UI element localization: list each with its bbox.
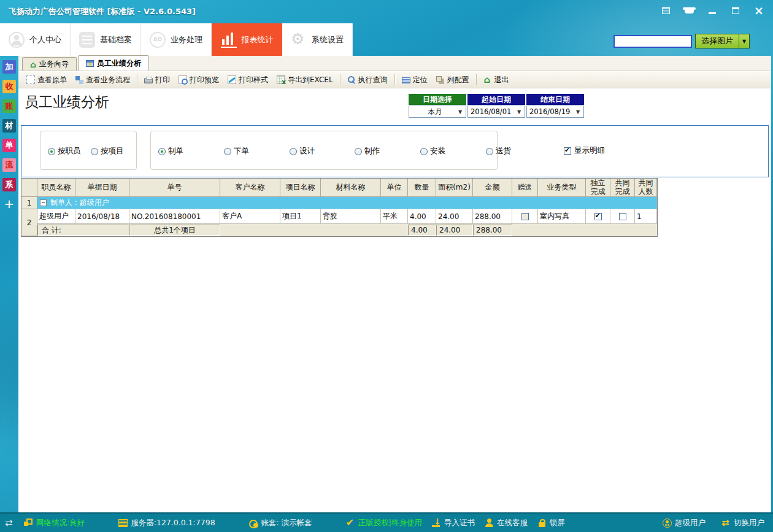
print-style-button[interactable]: 打印样式 [223, 73, 272, 87]
tab-business-wizard[interactable]: 业务向导 [22, 57, 77, 71]
nav-item-system-settings[interactable]: 系统设置 [282, 23, 353, 56]
sidebar-item-shou[interactable]: 收 [2, 80, 16, 93]
execute-query-button[interactable]: 执行查询 [343, 73, 392, 87]
sidebar-item-xi[interactable]: 系 [2, 178, 16, 191]
radio-installation[interactable]: 安装 [420, 146, 445, 156]
col-header-independent[interactable]: 独立完成 [586, 179, 610, 197]
radio-by-staff[interactable]: 按职员 [48, 146, 81, 156]
view-business-flow-button[interactable]: 查看业务流程 [71, 73, 134, 87]
cell-unit[interactable]: 平米 [381, 209, 408, 224]
sidebar-item-cai[interactable]: 材 [2, 119, 16, 133]
date-range-value: 本月 [412, 107, 458, 117]
sidebar-item-dan[interactable]: 单 [2, 139, 16, 152]
exit-button[interactable]: 退出 [479, 73, 513, 87]
col-header-date[interactable]: 单据日期 [75, 179, 129, 197]
server-status[interactable]: 服务器:127.0.0.1:7798 [118, 518, 215, 528]
column-config-button[interactable]: 列配置 [432, 73, 474, 87]
checkbox-icon[interactable] [594, 213, 602, 220]
col-header-customer[interactable]: 客户名称 [220, 179, 280, 197]
col-header-material[interactable]: 材料名称 [321, 179, 381, 197]
date-range-dropdown[interactable]: 本月▼ [409, 106, 466, 118]
import-certificate-button[interactable]: 导入证书 [432, 518, 475, 528]
checkbox-icon[interactable] [521, 213, 529, 220]
chevron-down-icon[interactable]: ▼ [458, 109, 466, 115]
col-header-staff[interactable]: 职员名称 [37, 179, 75, 197]
radio-design[interactable]: 设计 [290, 146, 315, 156]
sidebar-item-jia[interactable]: 加 [2, 60, 16, 74]
window-controls [658, 4, 767, 17]
col-header-business-type[interactable]: 业务类型 [538, 179, 586, 197]
col-header-amount[interactable]: 金额 [473, 179, 512, 197]
current-user[interactable]: 超级用户 [663, 518, 706, 528]
nav-item-personal-center[interactable]: 个人中心 [0, 23, 71, 56]
account-set-status[interactable]: 账套: 演示帐套 [249, 518, 312, 528]
export-excel-button[interactable]: 导出到EXCEL [272, 73, 337, 87]
sidebar-item-liu[interactable]: 流 [2, 158, 16, 172]
group-header-row[interactable]: 制单人 : 超级用户 [37, 197, 657, 209]
nav-item-basic-archives[interactable]: 基础档案 [71, 23, 141, 56]
cell-amount[interactable]: 288.00 [473, 209, 512, 224]
window-menu-button[interactable] [658, 4, 674, 17]
close-button[interactable] [751, 4, 767, 17]
print-preview-button[interactable]: 打印预览 [174, 73, 223, 87]
col-header-joint[interactable]: 共同完成 [610, 179, 635, 197]
pick-image-button[interactable]: 选择图片 ▼ [695, 34, 750, 48]
col-header-unit[interactable]: 单位 [381, 179, 408, 197]
nav-item-business-processing[interactable]: 业务处理 [141, 23, 212, 56]
cell-staff[interactable]: 超级用户 [37, 209, 75, 224]
import-cert-icon [432, 519, 441, 528]
tab-label: 员工业绩分析 [97, 58, 141, 69]
collapse-icon[interactable] [40, 199, 47, 206]
window-title: 飞扬动力广告公司管理软件 [标准版 - V2.6.0.543] [9, 0, 196, 23]
toolbar-separator [394, 74, 395, 85]
cell-project[interactable]: 项目1 [280, 209, 321, 224]
image-path-input[interactable] [613, 35, 692, 48]
show-detail-checkbox[interactable]: 显示明细 [564, 145, 605, 156]
table-row[interactable]: 超级用户 2016/08/18 NO.201608180001 客户A 项目1 … [37, 209, 657, 224]
radio-place-order[interactable]: 下单 [224, 146, 249, 156]
pick-image-label[interactable]: 选择图片 [695, 34, 739, 48]
col-header-order-no[interactable]: 单号 [129, 179, 220, 197]
tab-staff-performance-analysis[interactable]: 员工业绩分析 [78, 55, 149, 71]
print-button[interactable]: 打印 [140, 73, 174, 87]
cell-quantity[interactable]: 4.00 [408, 209, 436, 224]
skin-button[interactable] [681, 4, 697, 17]
chevron-down-icon[interactable]: ▼ [739, 34, 750, 48]
col-header-quantity[interactable]: 数量 [408, 179, 436, 197]
cell-date[interactable]: 2016/08/18 [75, 209, 129, 224]
start-date-dropdown[interactable]: 2016/08/01▼ [467, 106, 525, 118]
radio-make-order[interactable]: 制单 [158, 146, 183, 156]
radio-production[interactable]: 制作 [355, 146, 380, 156]
view-original-order-button[interactable]: 查看原单 [22, 73, 71, 87]
checkbox-icon[interactable] [619, 213, 626, 220]
switch-user-button[interactable]: 切换用户 [721, 518, 764, 528]
col-header-gift[interactable]: 赠送 [512, 179, 538, 197]
cell-joint-count[interactable]: 1 [635, 209, 657, 224]
radio-by-project[interactable]: 按项目 [91, 146, 124, 156]
col-header-area[interactable]: 面积(m2) [436, 179, 473, 197]
cell-customer[interactable]: 客户A [220, 209, 280, 224]
transfer-indicator[interactable] [5, 519, 14, 528]
sidebar-add-button[interactable]: + [2, 198, 16, 211]
sidebar-item-zhang[interactable]: 账 [2, 99, 16, 113]
cell-order-no[interactable]: NO.201608180001 [129, 209, 220, 224]
locate-button[interactable]: 定位 [398, 73, 432, 87]
col-header-joint-count[interactable]: 共同人数 [635, 179, 657, 197]
maximize-button[interactable] [728, 4, 744, 17]
chevron-down-icon[interactable]: ▼ [517, 109, 525, 115]
cell-material[interactable]: 背胶 [321, 209, 381, 224]
chevron-down-icon[interactable]: ▼ [576, 109, 583, 115]
minimize-button[interactable] [704, 4, 720, 17]
online-service-button[interactable]: 在线客服 [485, 518, 528, 528]
cell-area[interactable]: 24.00 [436, 209, 473, 224]
nav-item-report-statistics[interactable]: 报表统计 [212, 23, 282, 56]
cell-business-type[interactable]: 室内写真 [538, 209, 586, 224]
license-status[interactable]: 正版授权|终身使用 [346, 518, 422, 528]
lock-screen-button[interactable]: 锁屏 [537, 518, 565, 528]
radio-delivery[interactable]: 送货 [486, 146, 511, 156]
end-date-header: 结束日期 [526, 94, 584, 105]
end-date-dropdown[interactable]: 2016/08/19▼ [526, 106, 584, 118]
minimize-icon [709, 12, 716, 14]
network-status[interactable]: 网络情况:良好 [24, 518, 85, 528]
col-header-project[interactable]: 项目名称 [280, 179, 321, 197]
